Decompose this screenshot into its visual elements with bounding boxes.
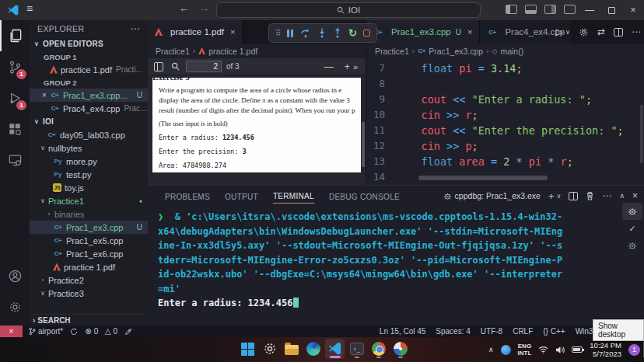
- settings-app-icon[interactable]: [260, 339, 279, 359]
- language-indicator[interactable]: ENGINTL: [518, 343, 532, 357]
- eol-item[interactable]: CRLF: [513, 327, 533, 336]
- open-editors-header[interactable]: ∨ OPEN EDITORS: [30, 37, 148, 50]
- vertical-scrollbar[interactable]: [640, 105, 643, 163]
- tab-output[interactable]: OUTPUT: [225, 189, 258, 204]
- terminal-dropdown-icon[interactable]: ∨: [557, 193, 562, 200]
- split-editor-icon[interactable]: [614, 28, 623, 37]
- tab-debug-console[interactable]: DEBUG CONSOLE: [329, 189, 400, 204]
- close-tab-icon[interactable]: ×: [467, 27, 472, 37]
- pdf-more-tools-icon[interactable]: »: [353, 62, 366, 71]
- terminal-app-icon[interactable]: ›_: [347, 339, 366, 359]
- toggle-panel-icon[interactable]: [525, 5, 537, 14]
- notification-badge[interactable]: 1: [628, 344, 640, 356]
- indentation-item[interactable]: Spaces: 4: [436, 327, 470, 336]
- step-into-icon[interactable]: [317, 28, 327, 38]
- battery-icon[interactable]: [572, 346, 583, 353]
- tree-item[interactable]: C+Prac1_ex5.cpp: [30, 234, 148, 247]
- extensions-icon[interactable]: [0, 113, 30, 144]
- close-icon[interactable]: ×: [39, 91, 50, 99]
- terminal-session-label[interactable]: cppdbg: Prac1_ex3.exe: [443, 191, 541, 200]
- run-dropdown-icon[interactable]: ∨: [565, 29, 570, 36]
- tray-app-icon[interactable]: [501, 345, 511, 355]
- step-over-icon[interactable]: [300, 28, 311, 38]
- tree-item[interactable]: ›binaries: [30, 207, 148, 221]
- tree-item[interactable]: practice 1.pdf: [30, 260, 148, 273]
- source-control-icon[interactable]: 1: [0, 51, 30, 82]
- run-debug-icon[interactable]: 1: [0, 82, 30, 113]
- restart-icon[interactable]: ↻: [348, 28, 357, 38]
- code-editor[interactable]: 7 float pi = 3.14;89 cout << "Enter a ra…: [366, 58, 644, 185]
- zoom-in-button[interactable]: +: [345, 61, 350, 72]
- drag-handle-icon[interactable]: ⠿: [275, 29, 281, 37]
- sync-icon[interactable]: [70, 328, 78, 336]
- file-explorer-icon[interactable]: [282, 339, 301, 359]
- page-number-input[interactable]: 2: [186, 61, 222, 72]
- settings-gear-icon[interactable]: [0, 291, 30, 322]
- close-panel-icon[interactable]: ×: [632, 190, 638, 201]
- tab-practice-pdf[interactable]: practice 1.pdf ×: [148, 20, 243, 44]
- open-editor-item[interactable]: C+Prac4_ex4.cppPract...: [30, 102, 148, 115]
- open-editor-item[interactable]: ×C+Prac1_ex3.cpp...U: [30, 89, 148, 102]
- tree-item[interactable]: C+Prac1_ex6.cpp: [30, 247, 148, 260]
- close-button[interactable]: ×: [622, 0, 644, 20]
- search-section-header[interactable]: › SEARCH: [30, 314, 148, 325]
- project-folder-header[interactable]: ∨ IOI: [30, 115, 148, 128]
- wifi-icon[interactable]: [538, 346, 548, 353]
- tree-item[interactable]: Pymore.py: [30, 155, 148, 168]
- tree-item[interactable]: C+Prac1_ex3.cppU: [30, 221, 148, 234]
- horizontal-scrollbar[interactable]: [418, 176, 548, 180]
- sidebar-more-actions-icon[interactable]: ⋯: [131, 23, 140, 34]
- tray-overflow-chevron-icon[interactable]: ∧: [488, 346, 494, 353]
- clock[interactable]: 10:24 PM5/7/2023: [590, 341, 621, 358]
- pdf-breadcrumb[interactable]: Practice1› practice 1.pdf: [156, 44, 359, 58]
- launch-status-icon[interactable]: [124, 328, 132, 336]
- language-mode-item[interactable]: {} C++: [543, 327, 565, 336]
- kill-terminal-icon[interactable]: [586, 191, 594, 200]
- pdf-scrollbar[interactable]: [362, 122, 365, 167]
- terminal-item-check[interactable]: ✓: [622, 220, 642, 237]
- restore-button[interactable]: [600, 0, 622, 20]
- pdf-search-icon[interactable]: [171, 62, 180, 71]
- cursor-position-item[interactable]: Ln 15, Col 45: [380, 327, 426, 336]
- stop-icon[interactable]: [363, 30, 370, 37]
- remote-indicator[interactable]: ×: [0, 325, 23, 337]
- account-icon[interactable]: [0, 260, 30, 291]
- run-button[interactable]: ▷: [556, 26, 563, 37]
- split-terminal-icon[interactable]: [569, 192, 578, 200]
- tree-item[interactable]: JStoy.js: [30, 181, 148, 194]
- terminal-item-debug2[interactable]: [622, 237, 642, 254]
- compare-changes-icon[interactable]: ⇄: [597, 26, 605, 37]
- tree-item[interactable]: ∨Practice1●: [30, 194, 148, 207]
- step-out-icon[interactable]: [333, 28, 342, 38]
- tree-item[interactable]: ∨Practice3: [30, 287, 148, 300]
- vscode-taskbar-icon[interactable]: [325, 339, 345, 359]
- remote-explorer-icon[interactable]: [0, 144, 30, 176]
- tab-problems[interactable]: PROBLEMS: [165, 189, 210, 204]
- close-tab-icon[interactable]: ×: [230, 27, 235, 37]
- terminal-output[interactable]: ❯ & 'c:\Users\itsra\.vscode\extensions\m…: [158, 210, 618, 325]
- chrome-browser-icon[interactable]: [369, 339, 388, 359]
- minimize-button[interactable]: —: [579, 0, 600, 20]
- explorer-icon[interactable]: [0, 20, 30, 51]
- more-actions-icon[interactable]: ⋯: [632, 26, 641, 37]
- tree-item[interactable]: ›Practice2: [30, 273, 148, 287]
- toggle-sidebar-icon[interactable]: [506, 5, 517, 14]
- errors-item[interactable]: ⊗ 0 △ 0: [85, 327, 117, 336]
- terminal-item-debug[interactable]: [622, 203, 642, 220]
- command-search-box[interactable]: IOI: [216, 2, 481, 18]
- forward-arrow-button[interactable]: →: [199, 2, 209, 14]
- new-terminal-icon[interactable]: +: [548, 190, 555, 202]
- customize-layout-icon[interactable]: ∷: [564, 5, 576, 14]
- toggle-secondary-sidebar-icon[interactable]: [544, 5, 556, 14]
- pinwheel-app-icon[interactable]: [390, 339, 410, 359]
- tab-terminal[interactable]: TERMINAL: [273, 188, 314, 204]
- start-button[interactable]: [238, 339, 257, 359]
- pause-icon[interactable]: [287, 30, 293, 37]
- gear-icon[interactable]: [579, 27, 589, 37]
- tree-item[interactable]: C+day05_lab03.cpp: [30, 128, 148, 141]
- open-editor-item[interactable]: practice 1.pdfPracti...: [30, 63, 148, 76]
- volume-icon[interactable]: [555, 346, 565, 354]
- back-arrow-button[interactable]: ←: [179, 2, 189, 14]
- panel-more-actions-icon[interactable]: ⋯: [602, 190, 611, 201]
- zoom-out-button[interactable]: —: [324, 61, 334, 72]
